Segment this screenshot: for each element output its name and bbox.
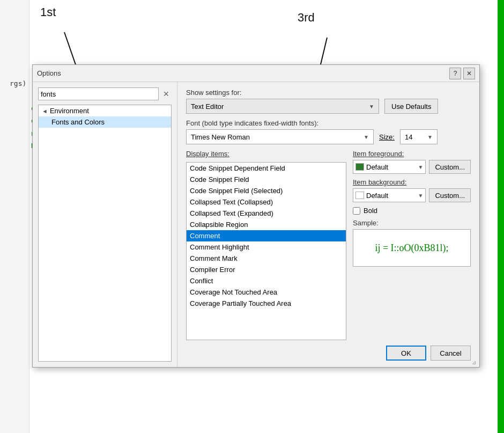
list-item[interactable]: Code Snippet Dependent Field	[187, 163, 346, 174]
font-dropdown-arrow: ▼	[364, 134, 369, 140]
title-bar: Options ? ✕	[33, 65, 479, 82]
list-item[interactable]: Compiler Error	[187, 264, 346, 275]
show-settings-value: Text Editor	[191, 102, 224, 111]
annotation-3rd: 3rd	[298, 11, 315, 25]
font-value: Times New Roman	[191, 133, 250, 141]
list-item[interactable]: Collapsed Text (Collapsed)	[187, 196, 346, 208]
list-item[interactable]: Coverage Not Touched Area	[187, 287, 346, 298]
sample-box: ij = I::oO(0xB81l);	[353, 229, 471, 267]
sample-text: ij = I::oO(0xB81l);	[375, 243, 448, 254]
foreground-value: Default	[366, 163, 388, 171]
font-label: Font (bold type indicates fixed-width fo…	[186, 119, 471, 127]
right-panel: Show settings for: Text Editor ▼ Use Def…	[177, 82, 479, 367]
title-bar-buttons: ? ✕	[449, 68, 475, 79]
tree-item-environment[interactable]: ◄ Environment	[39, 105, 171, 116]
dialog-overlay: Options ? ✕ ✕ ◄ Environment	[32, 64, 488, 370]
background-custom-button[interactable]: Custom...	[429, 188, 471, 202]
search-clear-button[interactable]: ✕	[161, 89, 172, 99]
left-panel: ✕ ◄ Environment Fonts and Colors	[33, 82, 177, 367]
options-dialog: Options ? ✕ ✕ ◄ Environment	[32, 64, 480, 368]
background-dropdown[interactable]: Default ▼	[353, 188, 426, 202]
font-section: Font (bold type indicates fixed-width fo…	[186, 119, 471, 144]
show-settings-section: Show settings for: Text Editor ▼ Use Def…	[186, 89, 471, 114]
list-item[interactable]: Comment Mark	[187, 253, 346, 264]
list-item[interactable]: Conflict	[187, 275, 346, 287]
display-items-col: Display items: Code Snippet Dependent Fi…	[186, 150, 346, 340]
list-item[interactable]: Code Snippet Field	[187, 174, 346, 185]
sample-label: Sample:	[353, 219, 471, 227]
item-foreground-section: Item foreground: Default ▼ Custom...	[353, 150, 471, 174]
size-value: 14	[405, 133, 412, 141]
help-button[interactable]: ?	[449, 68, 461, 79]
tree-item-environment-label: Environment	[50, 107, 89, 115]
foreground-swatch	[355, 163, 364, 171]
background-swatch	[355, 192, 364, 199]
cancel-button[interactable]: Cancel	[431, 346, 471, 361]
background-color-row: Default ▼ Custom...	[353, 188, 471, 202]
list-item[interactable]: Comment Highlight	[187, 241, 346, 253]
item-background-label: Item background:	[353, 178, 471, 186]
bold-label: Bold	[364, 207, 377, 215]
show-settings-arrow: ▼	[369, 104, 374, 109]
foreground-dropdown[interactable]: Default ▼	[353, 160, 426, 174]
item-fg-col: Item foreground: Default ▼ Custom...	[353, 150, 471, 340]
dialog-body: ✕ ◄ Environment Fonts and Colors S	[33, 82, 479, 367]
footer-buttons: OK Cancel	[186, 346, 471, 361]
sample-section: Sample: ij = I::oO(0xB81l);	[353, 219, 471, 267]
display-items-list[interactable]: Code Snippet Dependent Field Code Snippe…	[186, 162, 346, 340]
tree-item-fonts-colors[interactable]: Fonts and Colors	[39, 116, 171, 128]
font-dropdown[interactable]: Times New Roman ▼	[186, 129, 374, 144]
bg-sidebar-text: rgs)	[10, 79, 26, 87]
list-item[interactable]: Collapsible Region	[187, 219, 346, 230]
background-dropdown-arrow: ▼	[418, 193, 423, 199]
background-value: Default	[366, 192, 388, 200]
display-items-label: Display items:	[186, 150, 346, 158]
tree-view[interactable]: ◄ Environment Fonts and Colors	[38, 105, 172, 362]
use-defaults-button[interactable]: Use Defaults	[384, 99, 438, 114]
dialog-title: Options	[37, 69, 61, 77]
resize-handle[interactable]: ⊿	[472, 359, 478, 366]
bold-checkbox[interactable]	[353, 207, 360, 215]
close-button[interactable]: ✕	[463, 68, 475, 79]
tree-item-fonts-colors-label: Fonts and Colors	[51, 118, 105, 126]
ok-button[interactable]: OK	[386, 346, 426, 361]
item-background-section: Item background: Default ▼ Custom...	[353, 178, 471, 202]
size-dropdown[interactable]: 14 ▼	[400, 129, 438, 144]
search-row: ✕	[38, 87, 172, 100]
show-settings-label: Show settings for:	[186, 89, 471, 97]
list-item[interactable]: Coverage Partially Touched Area	[187, 298, 346, 309]
tree-arrow-environment: ◄	[42, 108, 48, 114]
bold-row: Bold	[353, 207, 471, 215]
size-dropdown-arrow: ▼	[427, 134, 433, 140]
green-scrollbar-bar	[498, 0, 504, 433]
display-section: Display items: Code Snippet Dependent Fi…	[186, 150, 471, 340]
show-settings-row: Text Editor ▼ Use Defaults	[186, 99, 471, 114]
item-foreground-label: Item foreground:	[353, 150, 471, 158]
show-settings-dropdown[interactable]: Text Editor ▼	[186, 99, 379, 114]
search-input[interactable]	[38, 87, 159, 100]
foreground-color-row: Default ▼ Custom...	[353, 160, 471, 174]
foreground-dropdown-arrow: ▼	[418, 164, 423, 170]
list-item-comment[interactable]: Comment	[187, 230, 346, 241]
font-row: Times New Roman ▼ Size: 14 ▼	[186, 129, 471, 144]
annotation-1st: 1st	[40, 5, 56, 19]
list-item[interactable]: Collapsed Text (Expanded)	[187, 208, 346, 219]
size-label: Size:	[379, 133, 395, 141]
list-item[interactable]: Code Snippet Field (Selected)	[187, 185, 346, 196]
foreground-custom-button[interactable]: Custom...	[429, 160, 471, 174]
